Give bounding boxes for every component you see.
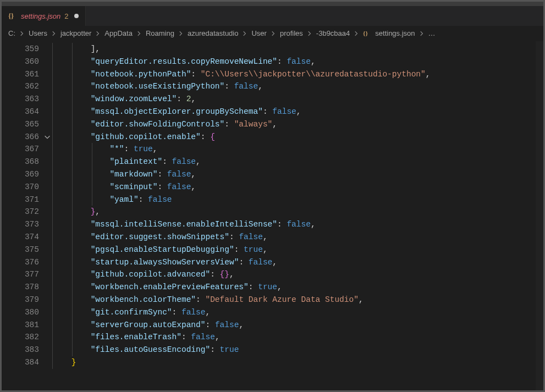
code-line[interactable]: "workbench.enablePreviewFeatures": true,	[52, 281, 543, 294]
code-line[interactable]: "notebook.pythonPath": "C:\\Users\\jackp…	[52, 68, 543, 81]
line-number: 377	[2, 268, 52, 281]
breadcrumb-item[interactable]: profiles	[280, 29, 303, 37]
line-number: 374	[2, 231, 52, 244]
chevron-right-icon	[417, 30, 426, 37]
code-line[interactable]: "files.enableTrash": false,	[52, 331, 543, 344]
tab-bar: {} settings.json 2	[2, 6, 543, 26]
tab-settings-json[interactable]: {} settings.json 2	[2, 6, 86, 26]
code-line[interactable]: "github.copilot.advanced": {},	[52, 268, 543, 281]
line-number: 373	[2, 218, 52, 231]
code-line[interactable]: "mssql.intelliSense.enableIntelliSense":…	[52, 218, 543, 231]
line-number: 359	[2, 43, 52, 56]
svg-text:{}: {}	[363, 30, 368, 36]
breadcrumb-item[interactable]: azuredatastudio	[188, 29, 239, 37]
code-line[interactable]: },	[52, 206, 543, 218]
line-number: 375	[2, 244, 52, 256]
line-number: 360	[2, 56, 52, 68]
code-editor[interactable]: 3593603613623633643653663673683693703713…	[2, 41, 543, 390]
json-braces-icon: {}	[363, 29, 371, 37]
line-number: 382	[2, 331, 52, 344]
chevron-right-icon	[352, 30, 361, 37]
code-line[interactable]: "mssql.objectExplorer.groupBySchema": fa…	[52, 106, 543, 118]
title-bar	[2, 2, 543, 6]
line-number: 368	[2, 156, 52, 168]
breadcrumb-item[interactable]: Roaming	[146, 29, 174, 37]
code-line[interactable]: "window.zoomLevel": 2,	[52, 93, 543, 106]
modified-dot-icon	[74, 14, 79, 18]
line-number: 372	[2, 206, 52, 218]
line-number: 376	[2, 256, 52, 269]
line-number: 381	[2, 319, 52, 332]
code-line[interactable]: "files.autoGuessEncoding": true	[52, 344, 543, 356]
line-number: 363	[2, 93, 52, 106]
code-line[interactable]: "pgsql.enableStartupDebugging": true,	[52, 244, 543, 256]
code-line[interactable]: "notebook.useExistingPython": false,	[52, 80, 543, 93]
line-number: 362	[2, 80, 52, 93]
breadcrumb-item[interactable]: Users	[29, 29, 47, 37]
code-line[interactable]: "editor.suggest.showSnippets": false,	[52, 231, 543, 244]
code-line[interactable]: }	[52, 356, 543, 369]
breadcrumb-item[interactable]: -3b9cbaa4	[316, 29, 350, 37]
line-number: 378	[2, 281, 52, 294]
line-number: 361	[2, 68, 52, 81]
line-number: 384	[2, 356, 52, 369]
chevron-right-icon	[18, 30, 26, 37]
code-line[interactable]: "startup.alwaysShowServersView": false,	[52, 256, 543, 269]
code-line[interactable]: "scminput": false,	[52, 181, 543, 194]
line-number: 369	[2, 168, 52, 181]
code-line[interactable]: "markdown": false,	[52, 168, 543, 181]
chevron-down-icon[interactable]	[43, 133, 51, 141]
breadcrumb-more[interactable]: …	[428, 29, 436, 37]
breadcrumb-item[interactable]: User	[251, 29, 266, 37]
chevron-right-icon	[269, 30, 278, 37]
chevron-right-icon	[135, 30, 144, 37]
code-line[interactable]: "serverGroup.autoExpand": false,	[52, 319, 543, 332]
breadcrumb-item[interactable]: AppData	[104, 29, 133, 37]
code-line[interactable]: "yaml": false	[52, 194, 543, 206]
line-number: 365	[2, 118, 52, 131]
code-line[interactable]: "git.confirmSync": false,	[52, 306, 543, 319]
line-number: 379	[2, 294, 52, 306]
chevron-right-icon	[305, 30, 314, 37]
chevron-right-icon	[49, 30, 58, 37]
line-number-gutter: 3593603613623633643653663673683693703713…	[2, 41, 52, 390]
breadcrumb: C: Users jackpotter AppData Roaming azur…	[2, 26, 543, 41]
line-number: 366	[2, 131, 52, 143]
line-number: 364	[2, 106, 52, 118]
line-number: 367	[2, 143, 52, 156]
chevron-right-icon	[93, 30, 102, 37]
code-line[interactable]: "queryEditor.results.copyRemoveNewLine":…	[52, 56, 543, 68]
json-braces-icon: {}	[8, 12, 17, 20]
line-number: 370	[2, 181, 52, 194]
code-line[interactable]: "editor.showFoldingControls": "always",	[52, 118, 543, 131]
chevron-right-icon	[240, 30, 249, 37]
breadcrumb-item[interactable]: jackpotter	[60, 29, 91, 37]
vertical-scrollbar[interactable]	[536, 41, 543, 390]
tab-badge-count: 2	[64, 12, 68, 20]
code-line[interactable]: "workbench.colorTheme": "Default Dark Az…	[52, 294, 543, 306]
code-line[interactable]: "github.copilot.enable": {	[52, 131, 543, 143]
breadcrumb-item[interactable]: settings.json	[375, 29, 415, 37]
line-number: 371	[2, 194, 52, 206]
code-line[interactable]: "*": true,	[52, 143, 543, 156]
code-line[interactable]: ],	[52, 43, 543, 56]
code-line[interactable]: "plaintext": false,	[52, 156, 543, 168]
chevron-right-icon	[177, 30, 185, 37]
breadcrumb-item[interactable]: C:	[8, 29, 15, 37]
line-number: 380	[2, 306, 52, 319]
code-text-area[interactable]: ], "queryEditor.results.copyRemoveNewLin…	[52, 41, 543, 390]
svg-text:{}: {}	[8, 12, 14, 20]
line-number: 383	[2, 344, 52, 356]
editor-window: {} settings.json 2 C: Users jackpotter A…	[2, 2, 543, 390]
tab-label: settings.json	[21, 12, 60, 20]
